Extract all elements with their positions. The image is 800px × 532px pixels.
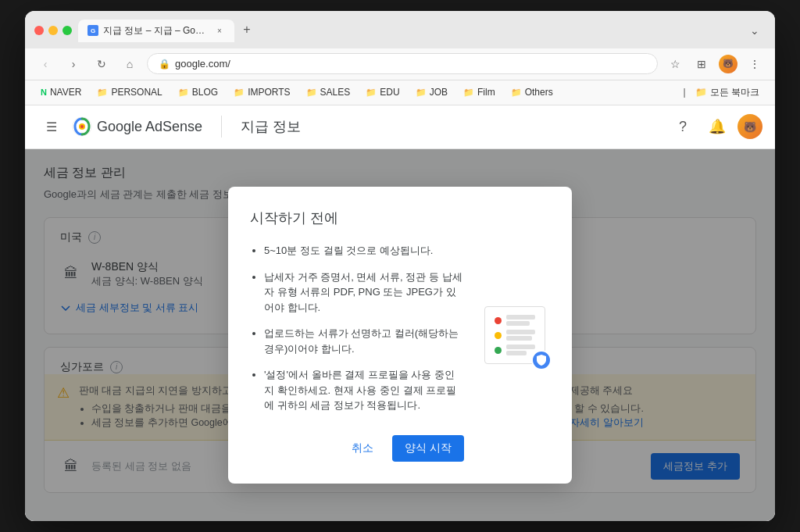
svg-text:G: G xyxy=(91,27,95,34)
traffic-lights xyxy=(34,26,72,35)
modal-item-2: 납세자 거주 증명서, 면세 서류, 정관 등 납세자 유형 서류의 PDF, … xyxy=(264,270,464,316)
document-illustration xyxy=(484,306,545,364)
bookmark-others[interactable]: 📁 Others xyxy=(505,84,559,100)
modal-backdrop: 시작하기 전에 5~10분 정도 걸릴 것으로 예상됩니다. 납세자 거주 증명… xyxy=(25,149,775,521)
title-bar-top: G 지급 정보 – 지급 – Google AdSe... × + ⌄ xyxy=(34,19,766,42)
bookmark-imports[interactable]: 📁 IMPORTS xyxy=(227,84,296,100)
bookmark-sales[interactable]: 📁 SALES xyxy=(300,84,357,100)
folder-icon: 📁 xyxy=(366,87,377,98)
close-window-button[interactable] xyxy=(34,26,44,35)
home-button[interactable]: ⌂ xyxy=(119,53,141,75)
url-bar[interactable]: 🔒 google.com/ xyxy=(147,53,658,74)
bell-icon: 🔔 xyxy=(709,118,726,135)
cancel-button[interactable]: 취소 xyxy=(342,435,383,462)
address-bar: ‹ › ↻ ⌂ 🔒 google.com/ ☆ ⊞ 🐻 ⋮ xyxy=(25,48,775,80)
bookmark-edu[interactable]: 📁 EDU xyxy=(359,84,405,100)
folder-icon: 📁 xyxy=(511,87,522,98)
new-tab-button[interactable]: + xyxy=(236,19,258,41)
svg-point-4 xyxy=(80,125,84,128)
doc-row-3 xyxy=(495,345,535,355)
notifications-button[interactable]: 🔔 xyxy=(703,112,731,141)
red-dot xyxy=(495,317,502,324)
bookmark-button[interactable]: ☆ xyxy=(664,53,686,75)
url-text: google.com/ xyxy=(175,58,646,70)
forward-button[interactable]: › xyxy=(62,53,84,75)
bookmark-naver[interactable]: N NAVER xyxy=(34,84,88,100)
tab-title: 지급 정보 – 지급 – Google AdSe... xyxy=(103,24,209,37)
folder-icon: 📁 xyxy=(97,87,108,98)
hamburger-icon: ☰ xyxy=(46,120,57,134)
doc-line xyxy=(506,315,535,320)
yellow-dot xyxy=(495,332,502,339)
forward-icon: › xyxy=(72,58,76,70)
tab-favicon: G xyxy=(88,25,98,36)
modal-dialog: 시작하기 전에 5~10분 정도 걸릴 것으로 예상됩니다. 납세자 거주 증명… xyxy=(228,187,572,484)
back-icon: ‹ xyxy=(44,58,48,70)
star-icon: ☆ xyxy=(670,58,680,70)
modal-list: 5~10분 정도 걸릴 것으로 예상됩니다. 납세자 거주 증명서, 면세 서류… xyxy=(250,243,464,413)
page-title: 지급 정보 xyxy=(241,117,669,136)
folder-icon: 📁 xyxy=(416,87,427,98)
help-button[interactable]: ? xyxy=(669,112,697,141)
modal-illustration xyxy=(480,209,550,462)
folder-icon: 📁 xyxy=(695,87,707,98)
modal-title: 시작하기 전에 xyxy=(250,209,464,227)
dots-icon: ⋮ xyxy=(749,58,760,70)
modal-item-3: 업로드하는 서류가 선명하고 컬러(해당하는 경우)이어야 합니다. xyxy=(264,326,464,356)
folder-icon: 📁 xyxy=(306,87,317,98)
refresh-button[interactable]: ↻ xyxy=(91,53,112,75)
bookmark-personal[interactable]: 📁 PERSONAL xyxy=(91,84,168,100)
modal-item-4: '설정'에서 올바른 결제 프로필을 사용 중인지 확인하세요. 현재 사용 중… xyxy=(264,367,464,413)
avatar: 🐻 xyxy=(719,55,738,73)
main-content: 세금 정보 관리 Google과의 세금 관계는 제출한 세금 정보 및 결제 … xyxy=(25,149,775,521)
adsense-logo: Google AdSense xyxy=(72,116,202,137)
adsense-logo-icon xyxy=(72,116,92,137)
doc-lines xyxy=(506,315,535,326)
tab-bar: G 지급 정보 – 지급 – Google AdSe... × + xyxy=(78,19,738,42)
bookmarks-right: | 📁 모든 북마크 xyxy=(684,84,766,102)
profile-button[interactable]: 🐻 xyxy=(717,53,739,75)
browser-menu-dots-button[interactable]: ⋮ xyxy=(744,53,766,75)
header-actions: ? 🔔 🐻 xyxy=(669,112,762,141)
bookmarks-bar: N NAVER 📁 PERSONAL 📁 BLOG 📁 IMPORTS 📁 SA… xyxy=(25,80,775,105)
header-divider xyxy=(221,116,222,137)
minimize-window-button[interactable] xyxy=(48,26,58,35)
extensions-button[interactable]: ⊞ xyxy=(691,53,712,75)
title-bar: G 지급 정보 – 지급 – Google AdSe... × + ⌄ xyxy=(25,11,775,48)
back-button[interactable]: ‹ xyxy=(34,53,56,75)
active-tab[interactable]: G 지급 정보 – 지급 – Google AdSe... × xyxy=(78,20,234,42)
doc-row-2 xyxy=(495,330,535,341)
bookmark-blog[interactable]: 📁 BLOG xyxy=(172,84,224,100)
tab-close-button[interactable]: × xyxy=(214,25,225,36)
logo-text: Google AdSense xyxy=(97,119,202,135)
green-dot xyxy=(495,347,502,354)
doc-lines xyxy=(506,345,535,355)
bookmark-film[interactable]: 📁 Film xyxy=(457,84,502,100)
modal-item-1: 5~10분 정도 걸릴 것으로 예상됩니다. xyxy=(264,243,464,259)
doc-line xyxy=(506,351,527,355)
naver-icon: N xyxy=(41,87,47,97)
page-content: ☰ Google AdSense 지급 정보 ? 🔔 xyxy=(25,105,775,521)
folder-icon: 📁 xyxy=(463,87,474,98)
user-avatar[interactable]: 🐻 xyxy=(738,114,762,139)
shield-badge xyxy=(531,350,552,370)
doc-page-wrapper xyxy=(484,306,545,364)
shield-icon xyxy=(537,355,546,366)
doc-line xyxy=(506,330,535,334)
doc-line xyxy=(506,321,530,326)
refresh-icon: ↻ xyxy=(97,58,106,70)
doc-line xyxy=(506,345,535,349)
maximize-window-button[interactable] xyxy=(62,26,72,35)
bookmark-job[interactable]: 📁 JOB xyxy=(409,84,454,100)
chevron-down-icon: ⌄ xyxy=(750,24,759,37)
all-bookmarks-button[interactable]: 📁 모든 북마크 xyxy=(689,84,766,102)
help-icon: ? xyxy=(679,119,687,135)
puzzle-icon: ⊞ xyxy=(697,58,706,70)
doc-lines xyxy=(506,330,535,341)
browser-menu-button[interactable]: ⌄ xyxy=(744,20,766,41)
home-icon: ⌂ xyxy=(127,58,133,70)
start-form-button[interactable]: 양식 시작 xyxy=(392,435,464,462)
toolbar-icons: ☆ ⊞ 🐻 ⋮ xyxy=(664,53,766,75)
sidebar-toggle-button[interactable]: ☰ xyxy=(38,112,66,141)
folder-icon: 📁 xyxy=(234,87,245,98)
